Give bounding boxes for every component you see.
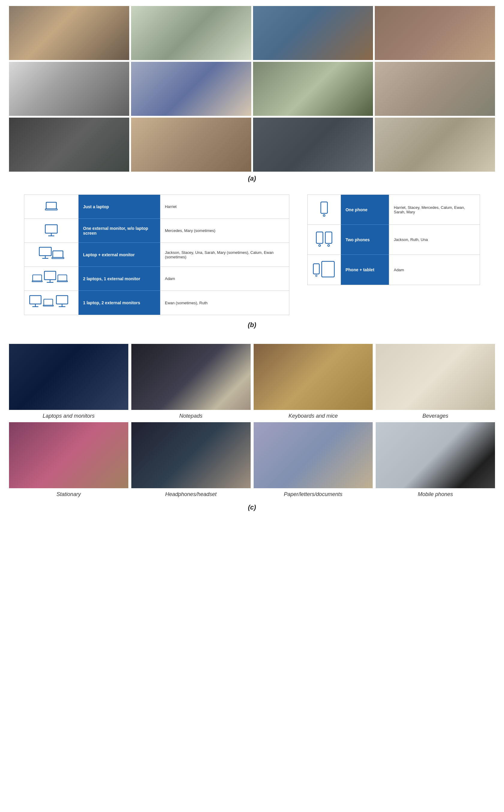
svg-rect-27 (316, 232, 323, 243)
svg-rect-31 (313, 264, 319, 274)
right-blue-cell-1: One phone (341, 195, 389, 225)
photo-mobile (376, 422, 495, 488)
svg-rect-22 (56, 296, 68, 304)
svg-rect-2 (45, 225, 57, 233)
photo-a12 (375, 118, 495, 172)
icon-cell-2 (24, 219, 78, 243)
photo-item-beverages: Beverages (376, 344, 495, 419)
icon-cell-3 (24, 243, 78, 267)
name-cell-5: Ewan (sometimes), Ruth (160, 291, 289, 315)
photo-notepads (131, 344, 251, 410)
right-name-cell-3: Adam (389, 255, 480, 285)
photo-item-keyboards: Keyboards and mice (254, 344, 373, 419)
right-blue-col: One phone Two phones Phone + tablet (341, 195, 389, 285)
icon-cell-5 (24, 291, 78, 315)
caption-keyboards: Keyboards and mice (288, 413, 338, 419)
name-cell-1: Harriet (160, 195, 289, 219)
caption-stationary: Stationary (56, 491, 81, 497)
photo-a11 (253, 118, 373, 172)
left-blue-col: Just a laptop One external monitor, w/o … (79, 195, 160, 315)
svg-rect-5 (39, 247, 51, 256)
svg-rect-17 (30, 296, 41, 304)
photo-item-headphones: Headphones/headset (131, 422, 251, 497)
photo-a1 (9, 6, 129, 60)
photo-keyboards (254, 344, 373, 410)
photo-stationary (9, 422, 128, 488)
svg-rect-10 (33, 275, 42, 281)
photo-a5 (9, 62, 129, 116)
photo-grid-a (9, 6, 495, 172)
right-name-cell-2: Jackson, Ruth, Una (389, 225, 480, 255)
photo-item-notepads: Notepads (131, 344, 251, 419)
svg-rect-20 (44, 299, 53, 305)
section-c-label: (c) (9, 503, 495, 511)
right-name-col: Harriet, Stacey, Mercedes, Calum, Ewan, … (389, 195, 480, 285)
svg-rect-9 (52, 258, 64, 259)
icon-cell-4 (24, 267, 78, 291)
blue-cell-3: Laptop + external monitor (79, 243, 160, 267)
photo-laptops (9, 344, 128, 410)
photo-a9 (9, 118, 129, 172)
photo-item-paper: Paper/letters/documents (254, 422, 373, 497)
svg-rect-33 (322, 261, 334, 277)
svg-rect-29 (325, 232, 332, 243)
photo-item-mobile: Mobile phones (376, 422, 495, 497)
photo-grid-c-row1: Laptops and monitors Notepads Keyboards … (9, 344, 495, 419)
section-a-label: (a) (9, 174, 495, 182)
caption-mobile: Mobile phones (418, 491, 453, 497)
svg-rect-21 (43, 305, 53, 306)
right-icon-cell-2 (308, 225, 341, 255)
photo-paper (254, 422, 373, 488)
photo-a10 (131, 118, 251, 172)
left-icon-col (24, 195, 79, 315)
svg-point-28 (319, 245, 321, 246)
diagram-container: Just a laptop One external monitor, w/o … (24, 194, 480, 315)
photo-a8 (375, 62, 495, 116)
svg-rect-15 (58, 275, 67, 281)
svg-rect-1 (45, 209, 57, 210)
name-cell-2: Mercedes, Mary (sometimes) (160, 219, 289, 243)
caption-notepads: Notepads (179, 413, 202, 419)
svg-point-26 (323, 215, 325, 217)
left-table: Just a laptop One external monitor, w/o … (24, 194, 289, 315)
name-cell-3: Jackson, Stacey, Una, Sarah, Mary (somet… (160, 243, 289, 267)
svg-rect-12 (44, 271, 56, 280)
photo-a3 (253, 6, 373, 60)
svg-rect-8 (53, 251, 63, 258)
right-icon-col (308, 195, 341, 285)
right-icon-cell-1 (308, 195, 341, 225)
photo-headphones (131, 422, 251, 488)
blue-cell-4: 2 laptops, 1 external monitor (79, 267, 160, 291)
caption-headphones: Headphones/headset (165, 491, 216, 497)
blue-cell-5: 1 laptop, 2 external monitors (79, 291, 160, 315)
right-blue-cell-3: Phone + tablet (341, 255, 389, 285)
right-blue-cell-2: Two phones (341, 225, 389, 255)
icon-cell-1 (24, 195, 78, 219)
photo-beverages (376, 344, 495, 410)
svg-rect-11 (32, 281, 42, 282)
photo-a7 (253, 62, 373, 116)
right-name-cell-1: Harriet, Stacey, Mercedes, Calum, Ewan, … (389, 195, 480, 225)
photo-a2 (131, 6, 251, 60)
caption-paper: Paper/letters/documents (284, 491, 342, 497)
section-b-label: (b) (248, 321, 256, 329)
section-c: Laptops and monitors Notepads Keyboards … (0, 338, 504, 523)
svg-rect-25 (321, 202, 327, 214)
section-a: (a) (0, 0, 504, 191)
photo-item-stationary: Stationary (9, 422, 128, 497)
section-b: Just a laptop One external monitor, w/o … (0, 191, 504, 338)
svg-point-32 (316, 275, 317, 277)
svg-rect-0 (46, 202, 56, 209)
blue-cell-1: Just a laptop (79, 195, 160, 219)
blue-cell-2: One external monitor, w/o laptop screen (79, 219, 160, 243)
right-icon-cell-3 (308, 255, 341, 285)
photo-a6 (131, 62, 251, 116)
photo-a4 (375, 6, 495, 60)
photo-grid-c-row2: Stationary Headphones/headset Paper/lett… (9, 422, 495, 497)
photo-item-laptops: Laptops and monitors (9, 344, 128, 419)
name-cell-4: Adam (160, 267, 289, 291)
svg-point-30 (328, 245, 330, 246)
caption-laptops: Laptops and monitors (43, 413, 94, 419)
right-table: One phone Two phones Phone + tablet Harr… (307, 194, 480, 285)
left-name-col: Harriet Mercedes, Mary (sometimes) Jacks… (160, 195, 289, 315)
